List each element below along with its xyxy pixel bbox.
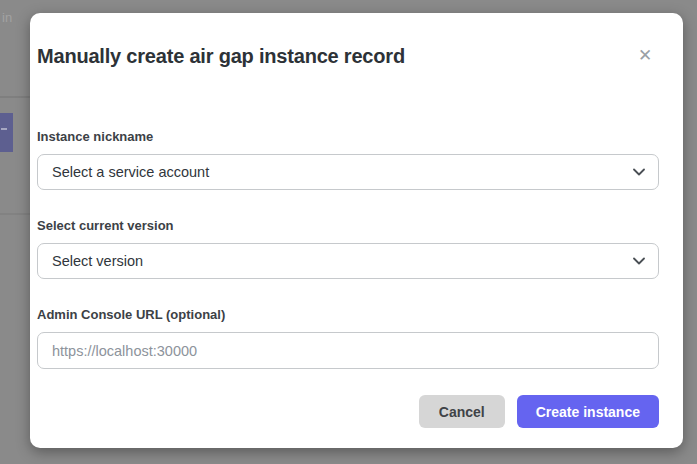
version-select[interactable]: Select version (37, 243, 659, 279)
create-airgap-instance-modal: Manually create air gap instance record … (30, 13, 683, 448)
service-account-select-value: Select a service account (52, 164, 209, 180)
background-row-divider (0, 213, 30, 215)
current-version-label: Select current version (37, 218, 174, 233)
version-select-value: Select version (52, 253, 143, 269)
admin-console-url-input[interactable] (37, 332, 659, 369)
admin-console-url-label: Admin Console URL (optional) (37, 307, 225, 322)
instance-nickname-label: Instance nickname (37, 129, 153, 144)
service-account-select[interactable]: Select a service account (37, 154, 659, 190)
chevron-down-icon (633, 168, 645, 176)
close-icon[interactable]: ✕ (635, 46, 655, 66)
chevron-down-icon (633, 257, 645, 265)
background-row-divider (0, 96, 30, 98)
background-page-text: in (2, 10, 12, 25)
create-instance-button[interactable]: Create instance (517, 395, 659, 428)
background-selected-row (0, 113, 13, 152)
modal-title: Manually create air gap instance record (37, 45, 405, 68)
background-row-mark (1, 128, 7, 130)
modal-footer-buttons: Cancel Create instance (419, 395, 659, 428)
dimmed-backdrop: in Manually create air gap instance reco… (0, 0, 697, 464)
cancel-button[interactable]: Cancel (419, 395, 505, 428)
